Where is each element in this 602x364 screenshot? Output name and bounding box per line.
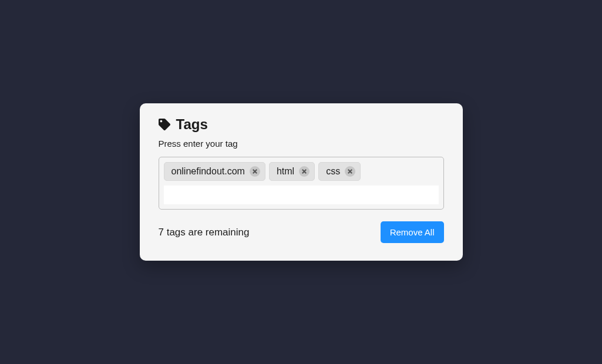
- remaining-text: 7 tags are remaining: [159, 227, 250, 238]
- tag-input[interactable]: [164, 186, 439, 204]
- tag-chip: html: [269, 162, 315, 181]
- instruction-text: Press enter your tag: [159, 139, 444, 149]
- remove-tag-button[interactable]: [345, 166, 355, 177]
- close-icon: [348, 169, 352, 174]
- card-title-row: Tags: [159, 116, 444, 133]
- remove-tag-button[interactable]: [250, 166, 260, 177]
- card-content: Press enter your tag onlinefindout.com h…: [159, 139, 444, 210]
- tag-box: onlinefindout.com html css: [159, 157, 444, 210]
- close-icon: [253, 169, 257, 174]
- tag-chip: css: [318, 162, 361, 181]
- card-title: Tags: [176, 116, 208, 133]
- close-icon: [302, 169, 307, 174]
- tag-label: html: [277, 166, 294, 177]
- tag-icon: [159, 119, 170, 130]
- tag-chip: onlinefindout.com: [164, 162, 265, 181]
- remove-tag-button[interactable]: [299, 166, 310, 177]
- tag-label: css: [326, 166, 340, 177]
- tag-label: onlinefindout.com: [171, 166, 245, 177]
- remove-all-button[interactable]: Remove All: [381, 221, 444, 243]
- tags-card: Tags Press enter your tag onlinefindout.…: [140, 103, 463, 261]
- details-row: 7 tags are remaining Remove All: [159, 221, 444, 243]
